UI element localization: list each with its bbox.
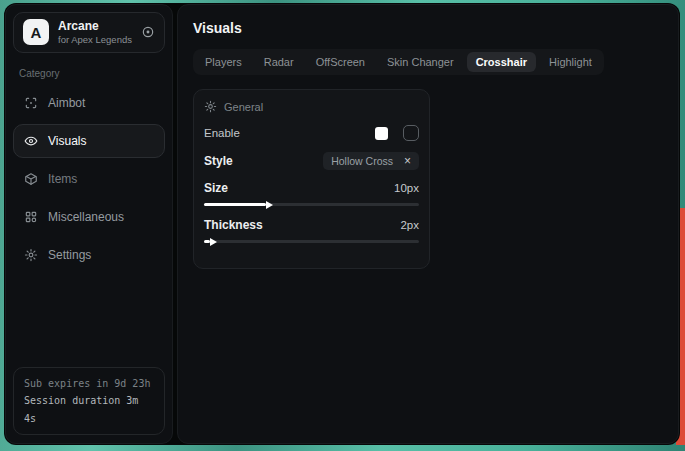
crosshair-scan-icon <box>24 96 38 110</box>
app-name: Arcane <box>58 19 132 34</box>
thickness-row: Thickness 2px <box>204 218 419 232</box>
general-panel-title: General <box>224 101 263 113</box>
logo-card: A Arcane for Apex Legends <box>13 12 165 53</box>
session-duration-text: Session duration 3m 4s <box>24 392 154 427</box>
gear-icon <box>24 248 38 262</box>
box-icon <box>24 172 38 186</box>
style-label: Style <box>204 154 233 168</box>
sub-expiry-text: Sub expires in 9d 23h <box>24 375 154 393</box>
thickness-slider[interactable] <box>204 240 419 243</box>
tab-skin-changer[interactable]: Skin Changer <box>378 52 463 72</box>
desktop-background: { "app": { "logo_letter": "A", "name": "… <box>0 0 685 451</box>
enable-checkbox[interactable] <box>403 125 419 141</box>
target-icon[interactable] <box>141 25 155 39</box>
sidebar: A Arcane for Apex Legends Category <box>5 4 173 444</box>
tab-highlight[interactable]: Highlight <box>540 52 601 72</box>
size-label: Size <box>204 181 228 195</box>
clear-icon[interactable]: × <box>404 155 411 167</box>
tab-players[interactable]: Players <box>196 52 251 72</box>
category-label: Category <box>19 68 159 79</box>
thickness-slider-fill <box>204 240 210 243</box>
color-swatch[interactable] <box>375 127 388 140</box>
tab-crosshair[interactable]: Crosshair <box>467 52 536 72</box>
sidebar-nav: Aimbot Visuals Items <box>13 84 165 274</box>
general-panel-header: General <box>204 100 419 113</box>
sidebar-item-label: Items <box>48 172 77 186</box>
app-title-block: Arcane for Apex Legends <box>58 19 132 46</box>
enable-label: Enable <box>204 127 240 139</box>
app-window: A Arcane for Apex Legends Category <box>4 3 680 445</box>
subscription-card: Sub expires in 9d 23h Session duration 3… <box>13 367 165 436</box>
size-slider-thumb[interactable] <box>266 201 273 209</box>
sidebar-item-label: Miscellaneous <box>48 210 124 224</box>
enable-row: Enable <box>204 125 419 141</box>
sidebar-item-visuals[interactable]: Visuals <box>13 124 165 158</box>
sidebar-item-settings[interactable]: Settings <box>13 238 165 272</box>
thickness-value: 2px <box>400 219 419 231</box>
tab-bar: Players Radar OffScreen Skin Changer Cro… <box>193 49 604 75</box>
sidebar-item-label: Visuals <box>48 134 86 148</box>
enable-controls <box>375 125 419 141</box>
style-value: Hollow Cross <box>331 155 393 167</box>
general-panel: General Enable Style Hollow Cross × Size… <box>193 89 430 269</box>
style-row: Style Hollow Cross × <box>204 152 419 170</box>
sidebar-item-label: Settings <box>48 248 91 262</box>
general-settings-icon <box>204 100 217 113</box>
thickness-slider-thumb[interactable] <box>210 238 217 246</box>
grid-icon <box>24 210 38 224</box>
tab-offscreen[interactable]: OffScreen <box>307 52 374 72</box>
sidebar-item-miscellaneous[interactable]: Miscellaneous <box>13 200 165 234</box>
sidebar-item-label: Aimbot <box>48 96 85 110</box>
eye-icon <box>24 134 38 148</box>
app-logo: A <box>23 19 49 45</box>
size-slider-fill <box>204 203 266 206</box>
main-content: Visuals Players Radar OffScreen Skin Cha… <box>177 4 679 444</box>
style-select[interactable]: Hollow Cross × <box>323 152 419 170</box>
sidebar-item-aimbot[interactable]: Aimbot <box>13 86 165 120</box>
page-title: Visuals <box>193 20 663 36</box>
app-subtitle: for Apex Legends <box>58 34 132 46</box>
size-row: Size 10px <box>204 181 419 195</box>
size-value: 10px <box>394 182 419 194</box>
size-slider[interactable] <box>204 203 419 206</box>
tab-radar[interactable]: Radar <box>255 52 303 72</box>
sidebar-item-items[interactable]: Items <box>13 162 165 196</box>
thickness-label: Thickness <box>204 218 263 232</box>
